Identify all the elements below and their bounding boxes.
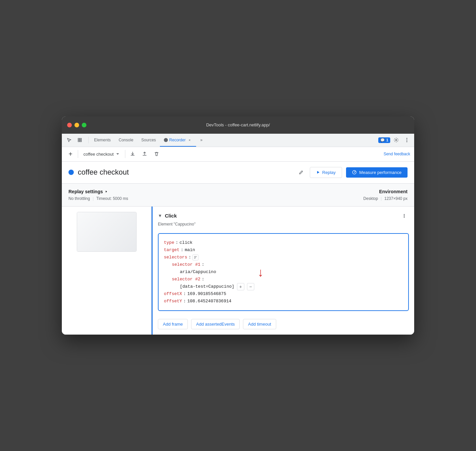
recorder-tab-icon <box>164 138 168 142</box>
toolbar-separator-2 <box>125 150 125 158</box>
devtools-window: DevTools - coffee-cart.netlify.app/ Elem… <box>62 116 414 335</box>
recorder-toolbar: + coffee checkout Send feedback <box>62 147 414 162</box>
svg-point-6 <box>407 140 408 141</box>
svg-point-4 <box>396 139 397 141</box>
code-line-selector1-val: aria/Cappucino <box>164 268 403 276</box>
add-recording-button[interactable]: + <box>66 149 75 159</box>
import-icon <box>142 151 147 157</box>
maximize-button[interactable] <box>82 123 86 127</box>
measure-performance-button[interactable]: Measure performance <box>346 167 408 178</box>
right-content-area: ▼ Click Element "Cappucino" type <box>152 207 414 335</box>
recording-name: coffee checkout <box>83 152 114 157</box>
settings-right: Environment Desktop | 1237×940 px <box>363 189 408 201</box>
remove-selector-button[interactable]: − <box>247 283 254 290</box>
tab-bar: Elements Console Sources Recorder × » 💬 … <box>62 134 414 147</box>
right-icons: 💬 1 <box>378 135 412 145</box>
add-asserted-events-button[interactable]: Add assertedEvents <box>191 319 240 329</box>
svg-rect-3 <box>80 140 81 142</box>
code-line-offsety: offsetY : 108.6452407836914 <box>164 298 403 305</box>
code-line-selector2-key: selector #2 : <box>164 276 403 283</box>
dropdown-chevron-icon <box>116 152 120 156</box>
window-title: DevTools - coffee-cart.netlify.app/ <box>206 122 270 127</box>
step-header: ▼ Click <box>153 207 414 222</box>
export-icon <box>130 151 135 157</box>
svg-point-11 <box>404 215 405 216</box>
tab-more[interactable]: » <box>196 133 206 147</box>
code-line-selector1-key: selector #1 : <box>164 261 403 268</box>
toolbar-separator-1 <box>78 150 78 158</box>
code-line-selector2-val: [data-test=Cappucino] + − ↓ <box>164 283 403 290</box>
svg-point-5 <box>407 138 408 139</box>
nav-icons <box>64 135 84 145</box>
settings-section: Replay settings No throttling | Timeout:… <box>62 184 414 207</box>
notification-icon: 💬 <box>380 138 385 142</box>
recording-dot <box>68 170 74 175</box>
recorder-close-tab[interactable]: × <box>187 137 192 143</box>
more-options-icon[interactable] <box>402 135 412 145</box>
code-line-target: target : main <box>164 246 403 254</box>
svg-point-9 <box>354 172 355 173</box>
code-line-selectors: selectors : <box>164 254 403 261</box>
minimize-button[interactable] <box>74 123 79 127</box>
environment-title: Environment <box>363 189 408 194</box>
tab-recorder[interactable]: Recorder × <box>160 133 196 147</box>
tab-sources[interactable]: Sources <box>137 133 160 147</box>
svg-rect-0 <box>78 138 79 140</box>
performance-icon <box>352 170 357 175</box>
settings-details: No throttling | Timeout: 5000 ms <box>68 196 363 201</box>
notification-count: 1 <box>386 138 388 142</box>
traffic-lights <box>67 123 86 127</box>
main-content: ▼ Click Element "Cappucino" type <box>62 207 414 335</box>
more-dots-icon <box>402 213 407 219</box>
environment-details: Desktop | 1237×940 px <box>363 196 408 201</box>
send-feedback-link[interactable]: Send feedback <box>384 152 410 156</box>
delete-icon <box>154 151 159 157</box>
svg-point-7 <box>407 141 408 142</box>
selector-type-icon[interactable] <box>192 254 198 260</box>
left-panel <box>62 207 152 335</box>
edit-title-button[interactable] <box>297 168 306 177</box>
import-button[interactable] <box>140 149 149 159</box>
code-line-offsetx: offsetX : 169.90185546875 <box>164 290 403 298</box>
delete-button[interactable] <box>152 149 161 159</box>
replay-button[interactable]: Replay <box>310 167 342 178</box>
step-type: Click <box>165 213 398 219</box>
svg-rect-2 <box>78 140 79 142</box>
code-block: type : click target : main selectors : <box>158 233 409 311</box>
step-collapse-icon[interactable]: ▼ <box>158 213 162 218</box>
play-icon <box>316 170 320 174</box>
settings-left: Replay settings No throttling | Timeout:… <box>68 189 363 201</box>
svg-point-10 <box>404 214 405 215</box>
inspect-icon[interactable] <box>75 135 84 145</box>
step-content: ▼ Click Element "Cappucino" type <box>153 207 414 335</box>
code-line-type: type : click <box>164 239 403 246</box>
settings-expand-icon <box>105 190 108 193</box>
title-bar: DevTools - coffee-cart.netlify.app/ <box>62 116 414 134</box>
tab-console[interactable]: Console <box>115 133 137 147</box>
action-buttons: Add frame Add assertedEvents Add timeout <box>153 315 414 335</box>
replay-settings-title[interactable]: Replay settings <box>68 189 363 194</box>
thumbnail-image <box>77 212 136 251</box>
tab-elements[interactable]: Elements <box>90 133 115 147</box>
step-more-button[interactable] <box>400 211 409 221</box>
export-button[interactable] <box>128 149 137 159</box>
svg-rect-1 <box>80 138 81 140</box>
cursor-icon[interactable] <box>64 135 74 145</box>
add-timeout-button[interactable]: Add timeout <box>243 319 276 329</box>
svg-point-12 <box>404 217 405 218</box>
close-button[interactable] <box>67 123 72 127</box>
add-frame-button[interactable]: Add frame <box>158 319 188 329</box>
recording-selector[interactable]: coffee checkout <box>81 150 122 158</box>
notification-badge[interactable]: 💬 1 <box>378 137 390 143</box>
recording-header: coffee checkout Replay Measure performan… <box>62 162 414 184</box>
screenshot-thumbnail <box>77 212 137 252</box>
pencil-icon <box>299 170 303 175</box>
step-element-label: Element "Cappucino" <box>153 222 414 229</box>
settings-icon[interactable] <box>392 135 401 145</box>
tab-separator-1 <box>88 137 89 143</box>
add-selector-button[interactable]: + <box>237 283 244 290</box>
recording-title: coffee checkout <box>78 168 293 177</box>
